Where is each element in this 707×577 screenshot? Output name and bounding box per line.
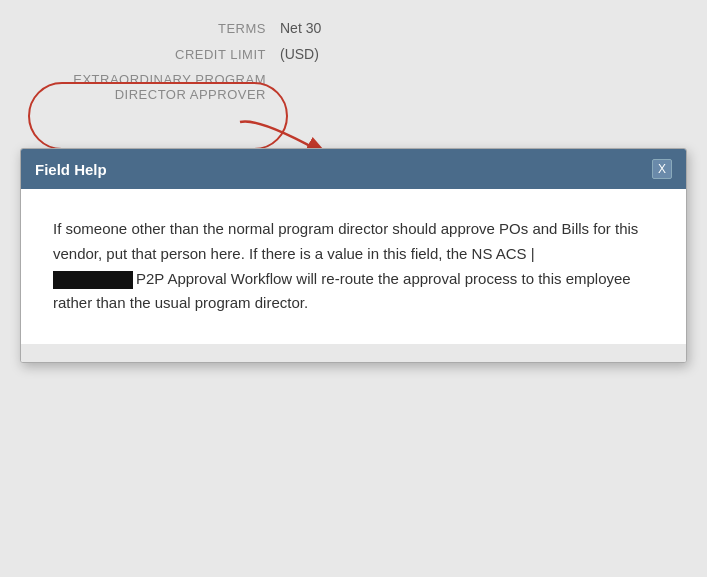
- credit-limit-row: CREDIT LIMIT (USD): [60, 46, 707, 62]
- modal-footer: [21, 344, 686, 362]
- form-fields: TERMS Net 30 CREDIT LIMIT (USD) EXTRAORD…: [0, 0, 707, 122]
- terms-label: TERMS: [60, 21, 280, 36]
- approver-row: EXTRAORDINARY PROGRAM DIRECTOR APPROVER: [60, 72, 707, 102]
- background-panel: TERMS Net 30 CREDIT LIMIT (USD) EXTRAORD…: [0, 0, 707, 577]
- terms-value: Net 30: [280, 20, 321, 36]
- terms-row: TERMS Net 30: [60, 20, 707, 36]
- modal-close-button[interactable]: X: [652, 159, 672, 179]
- modal-body: If someone other than the normal program…: [21, 189, 686, 344]
- modal-body-text: If someone other than the normal program…: [53, 217, 654, 316]
- credit-limit-label: CREDIT LIMIT: [60, 47, 280, 62]
- modal-title: Field Help: [35, 161, 107, 178]
- modal-header: Field Help X: [21, 149, 686, 189]
- credit-limit-value: (USD): [280, 46, 319, 62]
- redacted-block: [53, 271, 133, 289]
- approver-label: EXTRAORDINARY PROGRAM DIRECTOR APPROVER: [60, 72, 280, 102]
- field-help-modal: Field Help X If someone other than the n…: [20, 148, 687, 363]
